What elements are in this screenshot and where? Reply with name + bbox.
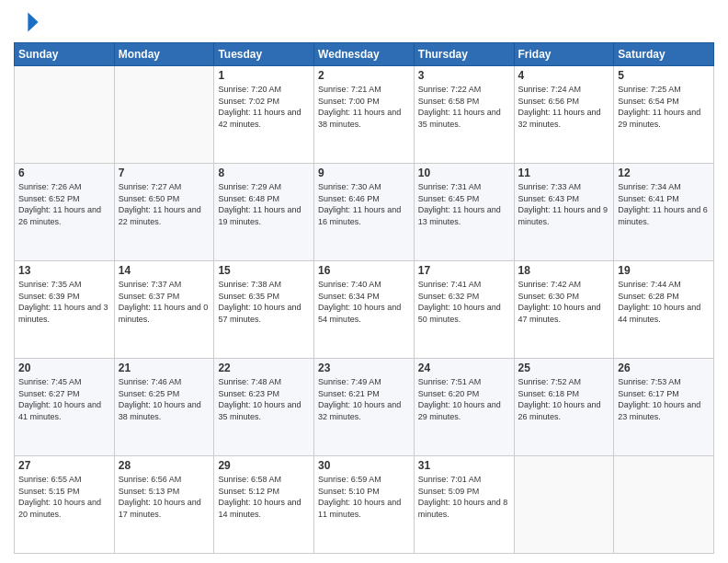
calendar-cell: 23Sunrise: 7:49 AM Sunset: 6:21 PM Dayli…: [314, 359, 415, 456]
day-info: Sunrise: 7:41 AM Sunset: 6:32 PM Dayligh…: [418, 279, 510, 325]
calendar-cell: 3Sunrise: 7:22 AM Sunset: 6:58 PM Daylig…: [414, 66, 514, 164]
calendar-cell: [114, 66, 214, 164]
calendar-table: SundayMondayTuesdayWednesdayThursdayFrid…: [14, 42, 714, 554]
day-number: 22: [218, 362, 310, 374]
calendar-header-row: SundayMondayTuesdayWednesdayThursdayFrid…: [15, 43, 714, 66]
day-number: 15: [218, 264, 310, 277]
day-number: 3: [418, 69, 510, 82]
day-info: Sunrise: 7:30 AM Sunset: 6:46 PM Dayligh…: [318, 181, 410, 227]
day-number: 18: [518, 264, 610, 277]
calendar-cell: 6Sunrise: 7:26 AM Sunset: 6:52 PM Daylig…: [15, 164, 115, 261]
day-number: 19: [618, 264, 710, 277]
calendar-cell: 16Sunrise: 7:40 AM Sunset: 6:34 PM Dayli…: [314, 261, 415, 359]
day-number: 26: [618, 362, 710, 374]
calendar-week-5: 27Sunrise: 6:55 AM Sunset: 5:15 PM Dayli…: [15, 456, 714, 554]
day-number: 28: [119, 459, 210, 472]
calendar-cell: 19Sunrise: 7:44 AM Sunset: 6:28 PM Dayli…: [614, 261, 714, 359]
calendar-cell: 30Sunrise: 6:59 AM Sunset: 5:10 PM Dayli…: [314, 456, 415, 554]
calendar-week-4: 20Sunrise: 7:45 AM Sunset: 6:27 PM Dayli…: [15, 359, 714, 456]
calendar-cell: 15Sunrise: 7:38 AM Sunset: 6:35 PM Dayli…: [214, 261, 314, 359]
day-number: 24: [418, 362, 510, 374]
calendar-header-tuesday: Tuesday: [214, 43, 314, 66]
day-number: 27: [18, 459, 110, 472]
calendar-cell: 7Sunrise: 7:27 AM Sunset: 6:50 PM Daylig…: [114, 164, 214, 261]
day-number: 29: [218, 459, 310, 472]
day-number: 6: [18, 167, 110, 179]
day-info: Sunrise: 7:33 AM Sunset: 6:43 PM Dayligh…: [518, 181, 610, 227]
day-info: Sunrise: 7:45 AM Sunset: 6:27 PM Dayligh…: [18, 376, 110, 422]
day-info: Sunrise: 7:37 AM Sunset: 6:37 PM Dayligh…: [119, 279, 210, 325]
day-info: Sunrise: 7:51 AM Sunset: 6:20 PM Dayligh…: [418, 376, 510, 422]
day-info: Sunrise: 6:58 AM Sunset: 5:12 PM Dayligh…: [218, 474, 310, 520]
day-info: Sunrise: 7:27 AM Sunset: 6:50 PM Dayligh…: [119, 181, 210, 227]
day-number: 4: [518, 69, 610, 82]
day-info: Sunrise: 7:40 AM Sunset: 6:34 PM Dayligh…: [318, 279, 410, 325]
day-number: 21: [119, 362, 210, 374]
calendar-header-sunday: Sunday: [15, 43, 115, 66]
day-info: Sunrise: 7:53 AM Sunset: 6:17 PM Dayligh…: [618, 376, 710, 422]
day-info: Sunrise: 7:42 AM Sunset: 6:30 PM Dayligh…: [518, 279, 610, 325]
day-info: Sunrise: 7:20 AM Sunset: 7:02 PM Dayligh…: [218, 84, 310, 130]
calendar-cell: 14Sunrise: 7:37 AM Sunset: 6:37 PM Dayli…: [114, 261, 214, 359]
calendar-cell: 20Sunrise: 7:45 AM Sunset: 6:27 PM Dayli…: [15, 359, 115, 456]
calendar-cell: [614, 456, 714, 554]
day-info: Sunrise: 7:24 AM Sunset: 6:56 PM Dayligh…: [518, 84, 610, 130]
day-info: Sunrise: 7:34 AM Sunset: 6:41 PM Dayligh…: [618, 181, 710, 227]
calendar-cell: 24Sunrise: 7:51 AM Sunset: 6:20 PM Dayli…: [414, 359, 514, 456]
calendar-cell: 25Sunrise: 7:52 AM Sunset: 6:18 PM Dayli…: [514, 359, 614, 456]
calendar-cell: 12Sunrise: 7:34 AM Sunset: 6:41 PM Dayli…: [614, 164, 714, 261]
day-info: Sunrise: 7:48 AM Sunset: 6:23 PM Dayligh…: [218, 376, 310, 422]
day-info: Sunrise: 6:55 AM Sunset: 5:15 PM Dayligh…: [18, 474, 110, 520]
day-number: 13: [18, 264, 110, 277]
day-number: 30: [318, 459, 410, 472]
day-number: 20: [18, 362, 110, 374]
calendar-week-1: 1Sunrise: 7:20 AM Sunset: 7:02 PM Daylig…: [15, 66, 714, 164]
day-number: 9: [318, 167, 410, 179]
day-number: 10: [418, 167, 510, 179]
day-number: 17: [418, 264, 510, 277]
calendar-cell: [15, 66, 115, 164]
calendar-cell: 8Sunrise: 7:29 AM Sunset: 6:48 PM Daylig…: [214, 164, 314, 261]
calendar-header-friday: Friday: [514, 43, 614, 66]
calendar-cell: 26Sunrise: 7:53 AM Sunset: 6:17 PM Dayli…: [614, 359, 714, 456]
day-number: 1: [218, 69, 310, 82]
calendar-header-saturday: Saturday: [614, 43, 714, 66]
calendar-cell: 27Sunrise: 6:55 AM Sunset: 5:15 PM Dayli…: [15, 456, 115, 554]
day-number: 25: [518, 362, 610, 374]
day-info: Sunrise: 7:38 AM Sunset: 6:35 PM Dayligh…: [218, 279, 310, 325]
calendar-week-2: 6Sunrise: 7:26 AM Sunset: 6:52 PM Daylig…: [15, 164, 714, 261]
day-number: 31: [418, 459, 510, 472]
day-number: 5: [618, 69, 710, 82]
calendar-cell: 29Sunrise: 6:58 AM Sunset: 5:12 PM Dayli…: [214, 456, 314, 554]
calendar-cell: 22Sunrise: 7:48 AM Sunset: 6:23 PM Dayli…: [214, 359, 314, 456]
day-info: Sunrise: 7:22 AM Sunset: 6:58 PM Dayligh…: [418, 84, 510, 130]
day-number: 16: [318, 264, 410, 277]
day-info: Sunrise: 7:31 AM Sunset: 6:45 PM Dayligh…: [418, 181, 510, 227]
day-info: Sunrise: 7:52 AM Sunset: 6:18 PM Dayligh…: [518, 376, 610, 422]
calendar-header-thursday: Thursday: [414, 43, 514, 66]
page: SundayMondayTuesdayWednesdayThursdayFrid…: [0, 0, 728, 563]
day-info: Sunrise: 6:56 AM Sunset: 5:13 PM Dayligh…: [119, 474, 210, 520]
calendar-cell: 18Sunrise: 7:42 AM Sunset: 6:30 PM Dayli…: [514, 261, 614, 359]
day-number: 11: [518, 167, 610, 179]
day-info: Sunrise: 7:49 AM Sunset: 6:21 PM Dayligh…: [318, 376, 410, 422]
calendar-cell: 5Sunrise: 7:25 AM Sunset: 6:54 PM Daylig…: [614, 66, 714, 164]
day-info: Sunrise: 7:29 AM Sunset: 6:48 PM Dayligh…: [218, 181, 310, 227]
calendar-cell: 10Sunrise: 7:31 AM Sunset: 6:45 PM Dayli…: [414, 164, 514, 261]
day-number: 7: [119, 167, 210, 179]
calendar-week-3: 13Sunrise: 7:35 AM Sunset: 6:39 PM Dayli…: [15, 261, 714, 359]
calendar-cell: 31Sunrise: 7:01 AM Sunset: 5:09 PM Dayli…: [414, 456, 514, 554]
day-number: 12: [618, 167, 710, 179]
calendar-cell: 1Sunrise: 7:20 AM Sunset: 7:02 PM Daylig…: [214, 66, 314, 164]
calendar-cell: 11Sunrise: 7:33 AM Sunset: 6:43 PM Dayli…: [514, 164, 614, 261]
day-info: Sunrise: 7:35 AM Sunset: 6:39 PM Dayligh…: [18, 279, 110, 325]
day-info: Sunrise: 7:01 AM Sunset: 5:09 PM Dayligh…: [418, 474, 510, 520]
calendar-header-wednesday: Wednesday: [314, 43, 415, 66]
day-number: 2: [318, 69, 410, 82]
calendar-cell: 28Sunrise: 6:56 AM Sunset: 5:13 PM Dayli…: [114, 456, 214, 554]
svg-marker-0: [28, 13, 38, 32]
day-info: Sunrise: 7:21 AM Sunset: 7:00 PM Dayligh…: [318, 84, 410, 130]
day-info: Sunrise: 7:44 AM Sunset: 6:28 PM Dayligh…: [618, 279, 710, 325]
calendar-cell: 17Sunrise: 7:41 AM Sunset: 6:32 PM Dayli…: [414, 261, 514, 359]
logo-icon: [14, 9, 40, 35]
